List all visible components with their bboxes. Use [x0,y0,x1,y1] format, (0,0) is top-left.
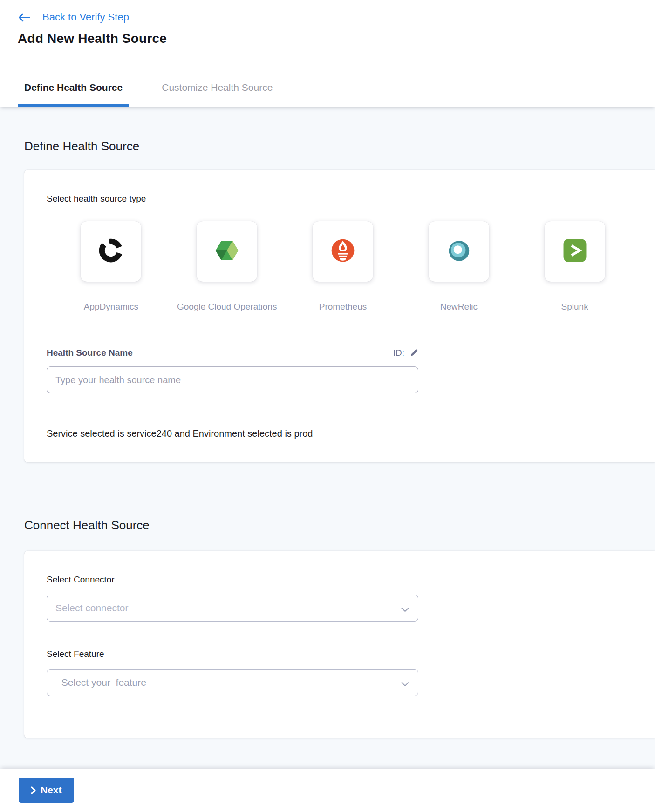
select-feature-label: Select Feature [47,649,633,660]
back-link-label: Back to Verify Step [42,11,129,23]
feature-select[interactable] [47,669,418,696]
source-label: NewRelic [440,301,478,312]
source-label: Prometheus [319,301,367,312]
source-option-appdynamics: AppDynamics [53,221,169,312]
next-button[interactable]: Next [19,778,74,803]
source-label: Splunk [561,301,588,312]
connector-select-wrap [47,595,418,622]
connect-health-source-card: Select Connector Select Feature [24,551,655,738]
tab-customize-health-source[interactable]: Customize Health Source [155,68,279,107]
source-type-grid: AppDynamics Google Cloud Operations [53,221,633,312]
source-label: AppDynamics [84,301,138,312]
chevron-right-icon [31,786,36,794]
prometheus-card[interactable] [313,221,373,282]
splunk-icon [561,237,588,266]
feature-select-wrap [47,669,418,696]
google-cloud-operations-card[interactable] [197,221,257,282]
id-label: ID: [393,347,404,359]
footer-bar: Next [0,769,655,812]
source-option-newrelic: NewRelic [401,221,517,312]
newrelic-card[interactable] [429,221,489,282]
source-option-splunk: Splunk [517,221,633,312]
select-connector-label: Select Connector [47,574,633,585]
source-option-google-cloud-operations: Google Cloud Operations [169,221,285,312]
page-header: Back to Verify Step Add New Health Sourc… [0,0,655,68]
connector-select[interactable] [47,595,418,622]
health-source-name-label: Health Source Name [47,347,133,359]
back-link[interactable]: Back to Verify Step [18,11,129,23]
health-source-name-input[interactable] [47,366,418,393]
google-cloud-operations-icon [212,236,241,267]
splunk-card[interactable] [545,221,605,282]
define-health-source-card: Select health source type AppDynamics [24,170,655,462]
define-section-title: Define Health Source [24,139,655,153]
newrelic-icon [445,237,472,266]
connect-section-title: Connect Health Source [24,518,655,532]
back-arrow-icon [18,13,30,22]
tab-define-health-source[interactable]: Define Health Source [18,68,129,107]
next-button-label: Next [41,785,62,796]
health-source-name-row: Health Source Name ID: [47,347,418,359]
page-title: Add New Health Source [18,31,655,46]
appdynamics-card[interactable] [81,221,141,282]
main-content: Define Health Source Select health sourc… [0,107,655,769]
prometheus-icon [329,237,357,266]
appdynamics-icon [97,237,125,266]
id-area: ID: [393,347,418,359]
service-environment-note: Service selected is service240 and Envir… [47,428,633,439]
source-label: Google Cloud Operations [177,301,277,312]
tab-bar: Define Health Source Customize Health So… [0,68,655,107]
select-source-type-label: Select health source type [47,193,633,204]
pencil-icon [410,348,418,358]
source-option-prometheus: Prometheus [285,221,401,312]
edit-id-button[interactable] [410,348,418,358]
